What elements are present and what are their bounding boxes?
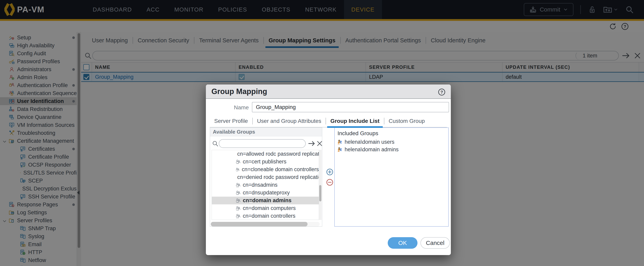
included-group-helena-domain-admins[interactable]: helena\domain admins xyxy=(335,146,448,153)
remove-group-button[interactable] xyxy=(326,178,334,186)
dialog-tab-user-and-group-attributes[interactable]: User and Group Attributes xyxy=(253,118,326,124)
dialog-header: Group Mapping ? xyxy=(206,84,451,99)
included-groups-panel: Included Groups helena\domain usershelen… xyxy=(334,127,449,227)
available-group-cn-cloneable-domain-controllers[interactable]: cn=cloneable domain controllers xyxy=(212,166,319,173)
name-label: Name xyxy=(206,104,249,111)
group-label: cn=allowed rodc password replication gro… xyxy=(237,151,319,157)
group-icon xyxy=(235,167,240,172)
available-groups-header: Available Groups xyxy=(210,128,322,136)
available-group-cn-domain-controllers[interactable]: cn=domain controllers xyxy=(212,212,319,220)
dialog-title: Group Mapping xyxy=(206,87,267,96)
search-icon xyxy=(212,140,219,147)
available-list-hscrollbar[interactable] xyxy=(211,222,320,226)
group-mapping-dialog: Group Mapping ? Name Server ProfileUser … xyxy=(206,84,451,255)
available-group-cn-allowed-rodc-password-replication-group[interactable]: cn=allowed rodc password replication gro… xyxy=(212,150,319,158)
included-groups-list: helena\domain usershelena\domain admins xyxy=(335,138,448,153)
name-field[interactable] xyxy=(252,102,449,112)
available-group-cn-dnsupdateproxy[interactable]: cn=dnsupdateproxy xyxy=(212,189,319,197)
group-icon xyxy=(235,159,241,165)
available-list-hscrollbar-thumb[interactable] xyxy=(211,222,308,226)
add-group-button[interactable] xyxy=(326,168,334,176)
group-icon xyxy=(235,206,241,211)
dialog-tab-server-profile[interactable]: Server Profile xyxy=(210,118,252,124)
available-group-cn-denied-rodc-password-replication-group[interactable]: cn=denied rodc password replication grou… xyxy=(212,173,319,181)
group-label: cn=denied rodc password replication grou… xyxy=(237,174,319,180)
dialog-tabs: Server ProfileUser and Group AttributesG… xyxy=(210,116,429,126)
group-label: helena\domain admins xyxy=(345,147,399,153)
available-group-cn-cert-publishers[interactable]: cn=cert publishers xyxy=(212,158,319,166)
clear-filter-icon[interactable] xyxy=(316,140,323,147)
group-icon xyxy=(235,198,241,203)
group-icon xyxy=(235,182,241,188)
apply-filter-icon[interactable] xyxy=(308,140,316,148)
group-label: cn=dnsupdateproxy xyxy=(243,190,290,196)
ok-button[interactable]: OK xyxy=(388,237,418,249)
available-list-vscrollbar-thumb[interactable] xyxy=(319,185,322,201)
group-color-icon xyxy=(337,147,343,153)
available-list-vscrollbar[interactable] xyxy=(319,150,322,220)
dialog-tab-custom-group[interactable]: Custom Group xyxy=(384,118,429,124)
included-groups-title: Included Groups xyxy=(335,128,448,138)
dialog-help-icon[interactable]: ? xyxy=(438,88,446,96)
group-label: helena\domain users xyxy=(345,139,394,145)
group-color-icon xyxy=(337,139,343,145)
cancel-button[interactable]: Cancel xyxy=(420,237,450,249)
available-groups-panel: Available Groups cn=allowed rodc passwor… xyxy=(210,127,322,227)
available-group-cn-dnsadmins[interactable]: cn=dnsadmins xyxy=(212,181,319,189)
svg-text:?: ? xyxy=(440,90,443,95)
available-groups-search-input[interactable] xyxy=(219,139,306,148)
group-icon xyxy=(235,213,241,219)
group-icon xyxy=(235,190,241,196)
group-label: cn=cert publishers xyxy=(243,159,286,165)
available-group-cn-domain-admins[interactable]: cn=domain admins xyxy=(212,197,319,204)
included-group-helena-domain-users[interactable]: helena\domain users xyxy=(335,138,448,146)
dialog-tab-group-include-list[interactable]: Group Include List xyxy=(326,118,384,124)
available-groups-list: cn=allowed rodc password replication gro… xyxy=(212,150,319,220)
group-label: cn=domain admins xyxy=(243,197,292,204)
group-label: cn=domain computers xyxy=(243,205,296,211)
group-label: cn=cloneable domain controllers xyxy=(242,166,319,173)
group-label: cn=domain controllers xyxy=(243,213,296,219)
group-label: cn=dnsadmins xyxy=(243,182,278,188)
available-groups-title: Available Groups xyxy=(210,129,255,135)
available-group-cn-domain-computers[interactable]: cn=domain computers xyxy=(212,204,319,212)
